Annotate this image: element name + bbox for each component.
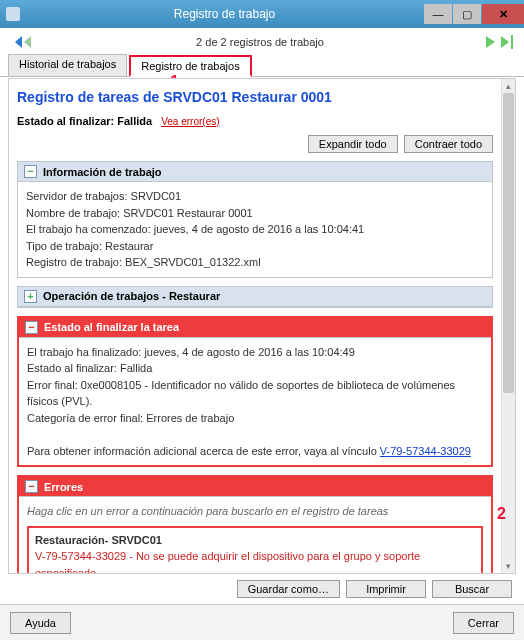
app-icon [6,7,20,21]
maximize-button[interactable]: ▢ [453,4,481,24]
nav-row: 2 de 2 registros de trabajo [0,28,524,52]
panel-info-header[interactable]: − Información de trabajo [18,162,492,182]
close-window-button[interactable]: ✕ [482,4,524,24]
info-server: Servidor de trabajos: SRVDC01 [26,188,484,205]
minimize-button[interactable]: — [424,4,452,24]
page-title: Registro de tareas de SRVDC01 Restaurar … [17,89,493,105]
panel-operation: + Operación de trabajos - Restaurar [17,286,493,308]
errors-hint: Haga clic en un error a continuación par… [27,503,483,520]
panel-task-status-header[interactable]: − Estado al finalizar la tarea [19,318,491,338]
titlebar: Registro de trabajo — ▢ ✕ [0,0,524,28]
save-as-button[interactable]: Guardar como… [237,580,340,598]
record-counter: 2 de 2 registros de trabajo [36,36,484,48]
panel-operation-header[interactable]: + Operación de trabajos - Restaurar [18,287,492,307]
panel-info-title: Información de trabajo [43,166,162,178]
close-button[interactable]: Cerrar [453,612,514,634]
window-title: Registro de trabajo [26,7,423,21]
panel-errors-header[interactable]: − Errores [19,477,491,497]
nav-last-icon[interactable] [500,35,514,49]
nav-first-icon[interactable] [10,35,36,49]
tab-log[interactable]: Registro de trabajos [129,55,251,77]
see-errors-link[interactable]: Vea error(es) [161,116,219,127]
help-button[interactable]: Ayuda [10,612,71,634]
info-started: El trabajo ha comenzado: jueves, 4 de ag… [26,221,484,238]
scroll-thumb[interactable] [503,93,514,393]
collapse-icon[interactable]: − [25,480,38,493]
annotation-2: 2 [497,505,506,523]
panel-info: − Información de trabajo Servidor de tra… [17,161,493,278]
status-line: Estado al finalizar: Fallida Vea error(e… [17,115,493,127]
panel-operation-title: Operación de trabajos - Restaurar [43,290,220,302]
panel-errors: − Errores Haga clic en un error a contin… [17,475,493,573]
scrollbar[interactable]: ▴ ▾ [501,79,515,573]
ts-error: Error final: 0xe0008105 - Identificador … [27,377,483,410]
panel-task-status: − Estado al finalizar la tarea El trabaj… [17,316,493,468]
panel-task-status-title: Estado al finalizar la tarea [44,321,179,333]
print-button[interactable]: Imprimir [346,580,426,598]
status-label: Estado al finalizar: [17,115,114,127]
ts-moreinfo: Para obtener información adicional acerc… [27,445,377,457]
error-item-text: V-79-57344-33029 - No se puede adquirir … [35,550,420,573]
ts-status: Estado al finalizar: Fallida [27,360,483,377]
collapse-icon[interactable]: − [24,165,37,178]
dialog-footer: Ayuda Cerrar [0,604,524,640]
collapse-icon[interactable]: − [25,321,38,334]
tab-history[interactable]: Historial de trabajos [8,54,127,76]
ts-category: Categoría de error final: Errores de tra… [27,410,483,427]
expand-all-button[interactable]: Expandir todo [308,135,398,153]
content-area: Registro de tareas de SRVDC01 Restaurar … [9,79,501,573]
content-wrapper: Registro de tareas de SRVDC01 Restaurar … [8,78,516,574]
ts-link[interactable]: V-79-57344-33029 [380,445,471,457]
info-log: Registro de trabajo: BEX_SRVDC01_01322.x… [26,254,484,271]
scroll-up-icon[interactable]: ▴ [502,79,515,93]
info-type: Tipo de trabajo: Restaurar [26,238,484,255]
scroll-down-icon[interactable]: ▾ [502,559,515,573]
ts-finished: El trabajo ha finalizado: jueves, 4 de a… [27,344,483,361]
info-name: Nombre de trabajo: SRVDC01 Restaurar 000… [26,205,484,222]
error-item[interactable]: Restauración- SRVDC01 V-79-57344-33029 -… [27,526,483,574]
nav-next-icon[interactable] [484,35,498,49]
tab-bar: Historial de trabajos Registro de trabaj… [0,52,524,77]
search-button[interactable]: Buscar [432,580,512,598]
content-footer: Guardar como… Imprimir Buscar [8,576,516,602]
error-item-heading: Restauración- SRVDC01 [35,534,162,546]
collapse-all-button[interactable]: Contraer todo [404,135,493,153]
status-value: Fallida [117,115,152,127]
panel-errors-title: Errores [44,481,83,493]
expand-icon[interactable]: + [24,290,37,303]
